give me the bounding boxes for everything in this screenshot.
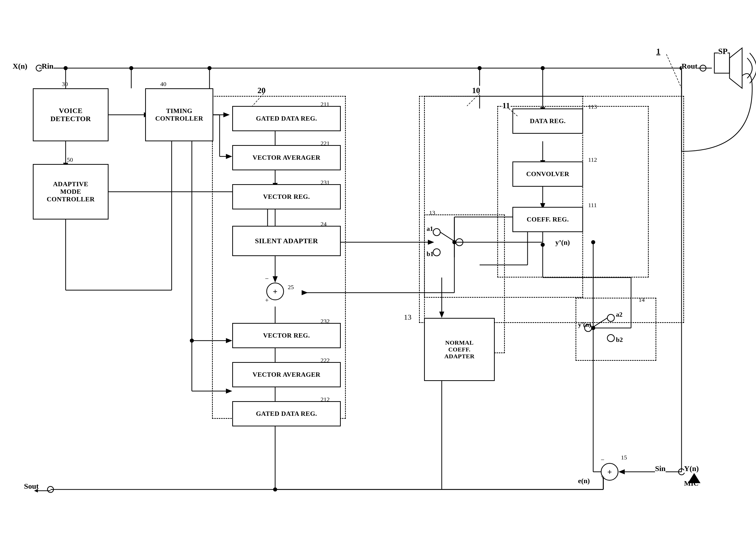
svg-text:b2: b2 bbox=[616, 336, 623, 343]
region-10-label: 10 bbox=[472, 86, 480, 95]
voice-detector-block: VOICE DETECTOR bbox=[33, 88, 109, 141]
voice-detector-label: VOICE DETECTOR bbox=[50, 107, 91, 123]
adaptive-mode-controller-label: ADAPTIVE MODE CONTROLLER bbox=[47, 181, 95, 203]
convolver-block: CONVOLVER bbox=[512, 162, 583, 187]
svg-text:a2: a2 bbox=[616, 311, 622, 318]
en-label: e(n) bbox=[578, 477, 590, 485]
silent-adapter-label: SILENT ADAPTER bbox=[255, 237, 318, 245]
vector-averager-bot-label: VECTOR AVERAGER bbox=[253, 371, 321, 378]
vector-reg-bot-label: VECTOR REG. bbox=[263, 332, 310, 339]
sum-25: + bbox=[266, 282, 284, 300]
svg-line-106 bbox=[440, 232, 456, 242]
ref-211-label: 211 bbox=[321, 101, 329, 108]
adaptive-mode-controller-block: ADAPTIVE MODE CONTROLLER bbox=[33, 164, 109, 220]
ref-30-label: 30 bbox=[62, 81, 68, 88]
ref-111-label: 111 bbox=[588, 202, 597, 209]
sum15-minus: − bbox=[601, 456, 605, 464]
sum25-minus: − bbox=[265, 275, 269, 282]
svg-point-30 bbox=[190, 338, 194, 343]
svg-rect-3 bbox=[714, 53, 729, 73]
timing-controller-block: TIMING CONTROLLER bbox=[145, 88, 213, 141]
ref-40-label: 40 bbox=[160, 81, 166, 88]
region-20-label: 20 bbox=[257, 86, 266, 95]
vector-reg-top-block: VECTOR REG. bbox=[232, 184, 341, 210]
ref-24-label: 24 bbox=[321, 221, 327, 228]
ref-14-label: 14 bbox=[639, 296, 645, 303]
vector-reg-bot-block: VECTOR REG. bbox=[232, 323, 341, 348]
normal-coeff-adapter-block: NORMAL COEFF. ADAPTER bbox=[424, 318, 495, 381]
sin-label: Sin bbox=[655, 464, 666, 473]
svg-text:a1: a1 bbox=[427, 225, 433, 233]
sp-label: SP bbox=[718, 47, 727, 56]
vector-averager-top-block: VECTOR AVERAGER bbox=[232, 145, 341, 170]
sum25-plus: + bbox=[265, 296, 269, 304]
region-1-label: 1 bbox=[656, 47, 660, 56]
svg-marker-122 bbox=[34, 489, 38, 492]
coeff-reg-label: COEFF. REG. bbox=[527, 216, 569, 223]
svg-point-11 bbox=[207, 66, 212, 70]
svg-point-9 bbox=[129, 66, 133, 70]
svg-point-7 bbox=[64, 66, 68, 70]
svg-point-13 bbox=[478, 66, 482, 70]
svg-marker-120 bbox=[688, 473, 700, 483]
ref-222-label: 222 bbox=[321, 357, 330, 364]
svg-point-103 bbox=[433, 229, 440, 236]
svg-point-61 bbox=[541, 66, 545, 70]
gated-data-reg-bot-label: GATED DATA REG. bbox=[256, 410, 317, 417]
data-reg-label: DATA REG. bbox=[530, 117, 566, 125]
gated-data-reg-bot-block: GATED DATA REG. bbox=[232, 401, 341, 426]
ref-15-label: 15 bbox=[621, 454, 627, 461]
yn-label: Y(n) bbox=[684, 464, 699, 473]
svg-text:b1: b1 bbox=[427, 250, 433, 258]
vector-averager-top-label: VECTOR AVERAGER bbox=[253, 154, 321, 162]
convolver-label: CONVOLVER bbox=[526, 170, 569, 178]
silent-adapter-block: SILENT ADAPTER bbox=[232, 226, 341, 256]
ref-12-label: 13 bbox=[404, 313, 411, 321]
coeff-reg-block: COEFF. REG. bbox=[512, 207, 583, 232]
ref-25-label: 25 bbox=[288, 284, 294, 290]
svg-point-110 bbox=[607, 334, 614, 341]
svg-point-109 bbox=[607, 314, 614, 321]
rout-label: Rout bbox=[682, 62, 697, 70]
svg-text:y'(n): y'(n) bbox=[578, 321, 591, 328]
vector-averager-bot-block: VECTOR AVERAGER bbox=[232, 362, 341, 387]
ref-231-label: 231 bbox=[321, 179, 330, 186]
svg-point-104 bbox=[433, 249, 440, 256]
normal-coeff-adapter-label: NORMAL COEFF. ADAPTER bbox=[444, 339, 475, 360]
gated-data-reg-top-label: GATED DATA REG. bbox=[256, 115, 317, 122]
region-11-label: 11 bbox=[502, 101, 510, 110]
ref-212-label: 212 bbox=[321, 396, 330, 403]
ref-13-label: 13 bbox=[429, 210, 435, 216]
xn-label: X(n) bbox=[13, 62, 27, 70]
sum-25-symbol: + bbox=[273, 287, 277, 296]
svg-line-112 bbox=[592, 318, 607, 328]
ref-221-label: 221 bbox=[321, 140, 330, 147]
sum-15-symbol: + bbox=[607, 467, 612, 477]
vector-reg-top-label: VECTOR REG. bbox=[263, 193, 310, 201]
ypn-label: y’(n) bbox=[555, 239, 570, 247]
ref-50-label: 50 bbox=[67, 157, 73, 163]
rin-label: Rin bbox=[42, 62, 54, 70]
ref-232-label: 232 bbox=[321, 318, 330, 325]
svg-point-105 bbox=[456, 239, 463, 246]
gated-data-reg-top-block: GATED DATA REG. bbox=[232, 106, 341, 131]
svg-marker-72 bbox=[618, 469, 625, 474]
data-reg-block: DATA REG. bbox=[512, 109, 583, 134]
timing-controller-label: TIMING CONTROLLER bbox=[155, 107, 203, 122]
ref-113-label: 113 bbox=[588, 104, 597, 110]
sum15-plus: + bbox=[601, 473, 605, 481]
svg-marker-4 bbox=[729, 48, 742, 88]
ref-112-label: 112 bbox=[588, 157, 597, 163]
